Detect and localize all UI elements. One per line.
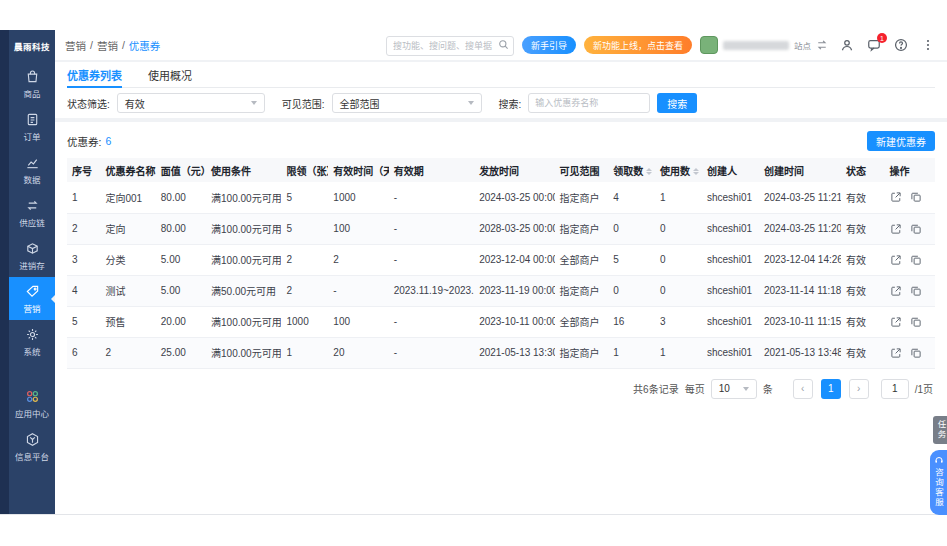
global-search	[386, 35, 514, 56]
avatar[interactable]	[700, 36, 718, 54]
sidebar-item-label: 进销存	[19, 259, 45, 271]
export-icon[interactable]	[890, 191, 902, 203]
sort-icon[interactable]	[693, 168, 699, 175]
copy-icon[interactable]	[910, 191, 922, 203]
scope-filter-label: 可见范围:	[282, 96, 325, 111]
tab-coupon-list[interactable]: 优惠券列表	[67, 62, 122, 87]
table-cell: 1	[281, 337, 328, 368]
sidebar-item-app-center[interactable]: 应用中心	[9, 382, 55, 425]
sidebar-items: 商品订单数据供应链进销存营销系统	[9, 62, 55, 363]
next-page-button[interactable]: ›	[849, 379, 869, 399]
sidebar-item-label: 系统	[23, 345, 40, 357]
contacts-icon[interactable]	[840, 38, 854, 52]
customer-service-button[interactable]: 咨询客服	[930, 450, 947, 515]
export-icon[interactable]	[890, 254, 902, 266]
table-cell: 6	[67, 337, 101, 368]
total-records: 共6条记录	[633, 381, 679, 396]
search-icon	[498, 39, 509, 50]
tabs: 优惠券列表使用概况	[67, 62, 935, 88]
table-cell: 0	[655, 275, 702, 306]
table-cell: 指定商户	[555, 182, 609, 213]
sidebar-item-supply[interactable]: 供应链	[9, 191, 55, 234]
breadcrumb-item[interactable]: 营销	[97, 38, 118, 53]
table-cell: -	[389, 244, 474, 275]
app-center-icon	[25, 389, 40, 404]
guide-button[interactable]: 新手引导	[522, 36, 576, 54]
username-blurred	[723, 41, 789, 50]
sidebar-item-platform[interactable]: 信息平台	[9, 425, 55, 468]
table-cell: 2021-05-13 13:30:00	[474, 337, 554, 368]
export-icon[interactable]	[890, 223, 902, 235]
create-coupon-button[interactable]: 新建优惠券	[867, 131, 935, 151]
page-1-button[interactable]: 1	[821, 379, 841, 399]
table-cell: 测试	[101, 275, 156, 306]
global-search-input[interactable]	[386, 36, 514, 56]
table-cell: 5.00	[156, 244, 206, 275]
scope-filter-select[interactable]: 全部范围	[332, 93, 482, 113]
table-cell: 20	[328, 337, 388, 368]
table-cell: 指定商户	[555, 213, 609, 244]
copy-icon[interactable]	[910, 347, 922, 359]
table-cell: 1	[655, 182, 702, 213]
summary-row: 优惠券: 6 新建优惠券	[55, 122, 947, 158]
table-cell: 100	[328, 213, 388, 244]
column-header: 状态	[841, 158, 885, 182]
help-icon[interactable]	[894, 38, 908, 52]
tag-icon	[25, 284, 40, 299]
table-cell: 指定商户	[555, 337, 609, 368]
message-badge: 1	[877, 33, 887, 43]
table-cell: 有效	[841, 337, 885, 368]
table-cell-actions	[885, 213, 935, 244]
messages-icon[interactable]: 1	[867, 38, 881, 52]
table-cell: 2028-03-25 00:00:00	[474, 213, 554, 244]
promo-button[interactable]: 新功能上线，点击查看	[584, 36, 692, 54]
task-tab[interactable]: 任务	[933, 416, 947, 444]
copy-icon[interactable]	[910, 285, 922, 297]
account-area[interactable]: 站点	[700, 36, 828, 54]
sidebar-item-inventory[interactable]: 进销存	[9, 234, 55, 277]
sidebar-item-marketing[interactable]: 营销	[9, 277, 55, 320]
status-filter-select[interactable]: 有效	[117, 93, 265, 113]
order-icon	[25, 112, 40, 127]
sidebar-item-system[interactable]: 系统	[9, 320, 55, 363]
prev-page-button[interactable]: ‹	[793, 379, 813, 399]
more-menu-icon[interactable]	[921, 38, 935, 52]
tab-usage-overview[interactable]: 使用概况	[148, 62, 192, 87]
per-page-label: 每页	[685, 381, 705, 396]
table-cell: 有效	[841, 244, 885, 275]
table-cell: 满100.00元可用	[206, 337, 281, 368]
filter-card: 优惠券列表使用概况 状态筛选: 有效 可见范围: 全部范围 搜索: 搜索	[55, 62, 947, 118]
sidebar-item-goods[interactable]: 商品	[9, 62, 55, 105]
sidebar-item-data[interactable]: 数据	[9, 148, 55, 191]
sidebar-item-orders[interactable]: 订单	[9, 105, 55, 148]
column-header: 有效期	[389, 158, 474, 182]
search-button[interactable]: 搜索	[657, 93, 697, 113]
per-page-select[interactable]: 10	[711, 379, 757, 399]
sort-icon[interactable]	[646, 168, 652, 175]
table-cell: 定向001	[101, 182, 156, 213]
customer-service-label: 咨询客服	[933, 468, 945, 508]
breadcrumb: 营销/营销/优惠券	[65, 38, 160, 53]
breadcrumb-item[interactable]: 营销	[65, 38, 86, 53]
page-jump-input[interactable]	[881, 379, 909, 399]
table-cell: 满100.00元可用	[206, 306, 281, 337]
coupon-search-input[interactable]	[528, 93, 650, 113]
table-cell: 2	[101, 337, 156, 368]
column-header: 限领（张）	[281, 158, 328, 182]
export-icon[interactable]	[890, 316, 902, 328]
table-header-row: 序号优惠券名称面值（元）使用条件限领（张）有效时间（天）有效期发放时间可见范围领…	[67, 158, 935, 182]
table-cell: shceshi01	[702, 275, 759, 306]
table-cell: -	[389, 306, 474, 337]
export-icon[interactable]	[890, 347, 902, 359]
table-cell: 2	[328, 244, 388, 275]
table-cell: 5	[281, 213, 328, 244]
switch-site-icon[interactable]	[816, 39, 828, 51]
inventory-icon	[25, 241, 40, 256]
search-filter-label: 搜索:	[499, 96, 522, 111]
copy-icon[interactable]	[910, 316, 922, 328]
copy-icon[interactable]	[910, 254, 922, 266]
table-cell: 4	[67, 275, 101, 306]
export-icon[interactable]	[890, 285, 902, 297]
coupon-table: 序号优惠券名称面值（元）使用条件限领（张）有效时间（天）有效期发放时间可见范围领…	[67, 158, 935, 369]
copy-icon[interactable]	[910, 223, 922, 235]
